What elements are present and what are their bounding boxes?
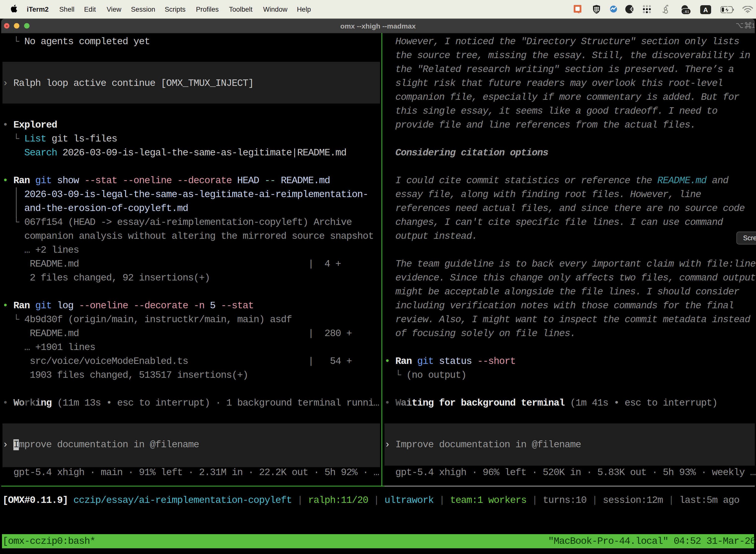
svg-text:..61: ..61 — [683, 9, 689, 14]
svg-text:A: A — [703, 6, 708, 14]
svg-text:1: 1 — [752, 22, 755, 29]
